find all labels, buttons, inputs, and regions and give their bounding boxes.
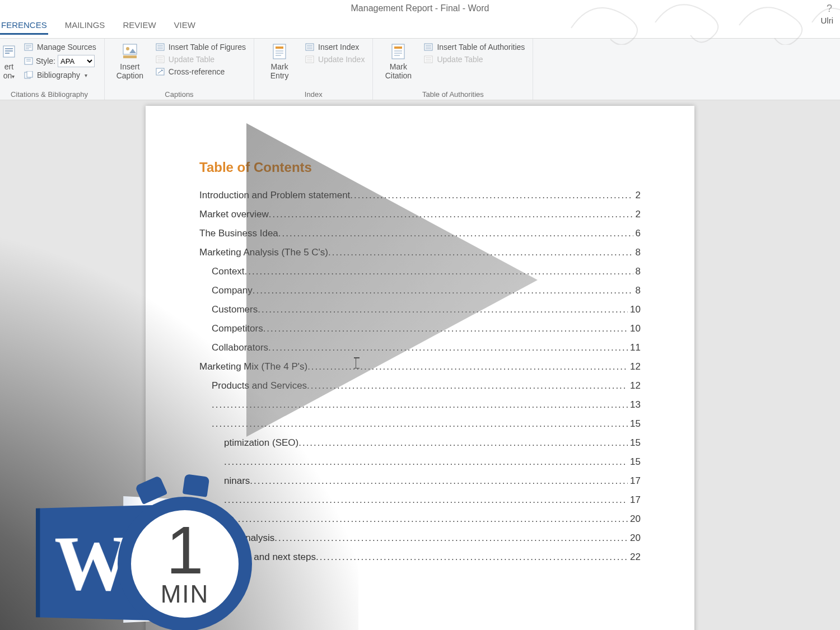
toc-entry-page: 12 [628,361,641,372]
toc-entry-text: The Business Idea [199,228,278,239]
toc-entry-page: 10 [628,323,641,334]
toc-entry[interactable]: The Business Idea6 [199,228,641,239]
mark-entry-icon [270,42,289,61]
citation-style-dropdown[interactable]: Style: APA [21,54,99,68]
toc-leader-dots [350,190,633,201]
toc-leader-dots [307,380,628,391]
svg-point-7 [126,47,129,50]
toc-leader-dots [245,266,633,277]
toc-heading: Table of Contents [199,160,641,175]
window-title: Management Report - Final - Word [351,3,489,13]
toc-entry-page: 20 [628,533,641,544]
insert-caption-button[interactable]: Insert Caption [110,42,150,80]
toc-entry-page: 11 [628,342,641,353]
toc-entry-page: 15 [628,456,641,468]
svg-rect-12 [276,46,283,49]
toc-entry-page: 2 [633,209,641,220]
insert-index-button[interactable]: Insert Index [302,42,367,52]
toc-entry[interactable]: Introduction and Problem statement2 [199,190,641,201]
toc-entry-page: 8 [633,266,641,277]
style-select[interactable]: APA [58,55,95,67]
toc-entry-page: 13 [628,399,641,410]
toc-leader-dots [258,304,628,315]
toc-leader-dots [212,399,628,410]
update-index-button: Update Index [302,54,367,64]
toc-leader-dots [269,209,633,220]
stopwatch-unit: MIN [161,580,209,608]
toc-entry-text: ptimization (SEO) [224,437,298,449]
svg-rect-16 [394,46,402,49]
insert-table-of-figures-button[interactable]: Insert Table of Figures [153,42,248,52]
toc-entry-text: Market overview [199,209,269,220]
toc-leader-dots [263,323,628,334]
toc-entry[interactable]: Market overview2 [199,209,641,220]
toc-entry-page: 10 [628,304,641,315]
toc-entry[interactable]: 15 [199,418,641,430]
toc-leader-dots [274,533,628,544]
group-captions-label: Captions [110,89,248,99]
svg-rect-6 [123,55,137,58]
bibliography-button[interactable]: Bibliography▾ [21,70,99,80]
toc-leader-dots [328,247,633,258]
toc-entry-page: 17 [628,494,641,506]
toc-entry-page: 12 [628,380,641,391]
toc-entry[interactable]: ptimization (SEO)15 [199,437,641,449]
caption-icon [120,42,139,61]
tab-mailings[interactable]: MAILINGS [64,17,106,35]
toc-entry-page: 6 [633,228,641,239]
insert-citation-button[interactable]: ert on▾ [0,42,18,80]
toc-entry-page: 17 [628,475,641,487]
toc-entry[interactable]: Marketing Analysis (The 5 C's)8 [199,247,641,258]
toc-leader-dots [224,456,628,468]
group-citations-label: Citations & Bibliography [0,89,99,99]
tab-review[interactable]: REVIEW [122,17,157,35]
crossref-icon [155,67,165,76]
toc-leader-dots [234,514,628,525]
group-authorities-label: Table of Authorities [379,89,527,99]
svg-rect-15 [392,44,404,59]
text-cursor-icon [356,357,357,368]
toc-entry-page: 8 [633,285,641,296]
toc-entry-text: Products and Services [212,380,307,391]
toc-entry[interactable]: Collaborators11 [199,342,641,353]
toc-leader-dots [212,418,628,430]
svg-rect-4 [27,71,32,77]
insert-toa-icon [423,43,433,52]
update-toa-button: Update Table [421,54,527,64]
stopwatch-icon: 1 MIN [118,480,269,630]
toc-entry[interactable]: Context8 [199,266,641,277]
toc-entry[interactable]: Customers10 [199,304,641,315]
insert-toa-button[interactable]: Insert Table of Authorities [421,42,527,52]
svg-rect-11 [273,44,286,59]
toc-entry-text: Context [212,266,245,277]
mark-citation-button[interactable]: Mark Citation [379,42,418,80]
update-index-icon [305,55,315,64]
toc-entry-text: Marketing Mix (The 4 P's) [199,361,307,372]
toc-entry[interactable]: Products and Services12 [199,380,641,391]
toc-entry-text: Collaborators [212,342,268,353]
cross-reference-button[interactable]: Cross-reference [153,67,248,77]
toc-entry-text: Customers [212,304,258,315]
citation-icon [0,42,18,61]
insert-index-icon [305,43,315,52]
manage-sources-button[interactable]: Manage Sources [21,42,99,52]
toc-entry-text: Company [212,285,253,296]
mark-entry-button[interactable]: Mark Entry [260,42,299,80]
stopwatch-number: 1 [166,520,204,580]
toc-leader-dots [298,437,628,449]
toc-entry[interactable]: Company8 [199,285,641,296]
toc-leader-dots [253,285,633,296]
toc-entry[interactable]: Marketing Mix (The 4 P's)12 [199,361,641,372]
toc-leader-dots [316,552,628,563]
toc-entry-text: Marketing Analysis (The 5 C's) [199,247,328,258]
toc-entry[interactable]: 15 [199,456,641,468]
toc-entry[interactable]: 13 [199,399,641,410]
tab-view[interactable]: VIEW [173,17,197,35]
toc-entry-page: 20 [628,514,641,525]
title-bar: Management Report - Final - Word ? Ulri [0,0,840,17]
mark-citation-icon [389,42,408,61]
update-icon [155,55,165,64]
toc-leader-dots [268,342,628,353]
toc-entry[interactable]: Competitors10 [199,323,641,334]
tab-references[interactable]: FERENCES [0,17,48,35]
